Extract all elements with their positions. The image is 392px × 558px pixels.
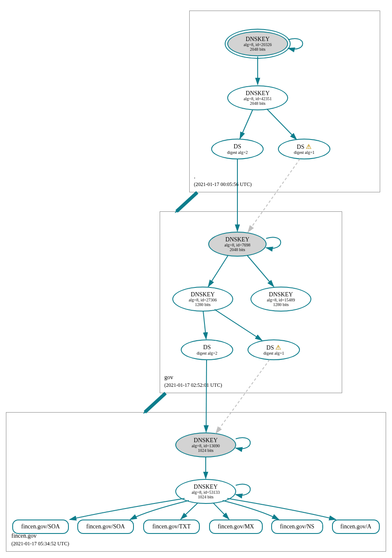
svg-line-15 <box>145 393 166 412</box>
gov-ds2-node[interactable]: DS digest alg=2 <box>181 339 233 360</box>
dnssec-diagram: . (2021-01-17 00:05:56 UTC) gov (2021-01… <box>4 4 388 554</box>
svg-line-14 <box>177 192 197 211</box>
gov-ds1-node[interactable]: DS⚠ digest alg=1 <box>248 339 300 360</box>
rrset-soa2[interactable]: fincen.gov/SOA <box>77 520 134 534</box>
root-ds2-node[interactable]: DS digest alg=2 <box>211 139 264 159</box>
fincen-zsk-node[interactable]: DNSKEY alg=8, id=53133 1024 bits <box>175 479 236 504</box>
warning-icon: ⚠ <box>275 344 281 351</box>
zone-root-date: (2021-01-17 00:05:56 UTC) <box>194 181 252 188</box>
zone-gov-date: (2021-01-17 02:52:01 UTC) <box>164 382 222 388</box>
root-ksk-node[interactable]: DNSKEY alg=8, id=20326 2048 bits <box>227 31 288 56</box>
root-ds1-node[interactable]: DS⚠ digest alg=1 <box>278 139 330 159</box>
zone-root-label: . <box>194 173 196 180</box>
warning-icon: ⚠ <box>306 143 311 150</box>
gov-ksk-node[interactable]: DNSKEY alg=8, id=7698 2048 bits <box>208 232 267 257</box>
zone-gov-label: gov <box>164 374 173 381</box>
rrset-soa1[interactable]: fincen.gov/SOA <box>12 520 69 534</box>
gov-zsk1-node[interactable]: DNSKEY alg=8, id=27306 1280 bits <box>172 287 233 312</box>
rrset-txt[interactable]: fincen.gov/TXT <box>143 520 200 534</box>
zone-fincen-date: (2021-01-17 05:34:52 UTC) <box>11 541 69 547</box>
root-zsk-node[interactable]: DNSKEY alg=8, id=42351 2048 bits <box>227 85 288 110</box>
rrset-a[interactable]: fincen.gov/A <box>332 520 380 534</box>
rrset-ns[interactable]: fincen.gov/NS <box>271 520 323 534</box>
gov-zsk2-node[interactable]: DNSKEY alg=8, id=15489 1280 bits <box>250 287 311 312</box>
fincen-ksk-node[interactable]: DNSKEY alg=8, id=13690 1024 bits <box>175 432 236 457</box>
rrset-mx[interactable]: fincen.gov/MX <box>209 520 263 534</box>
